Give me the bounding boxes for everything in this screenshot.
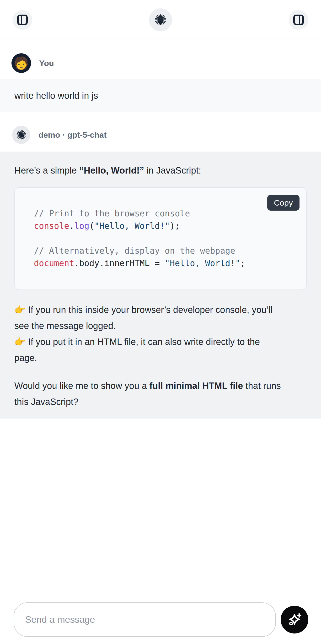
code-content: // Print to the browser console console.… — [15, 188, 306, 270]
chat-app: 🧑 You write hello world in js demo · gpt… — [0, 0, 321, 644]
user-message-text: write hello world in js — [14, 90, 98, 101]
assistant-question-text: Would you like me to show you a full min… — [14, 378, 307, 410]
copy-code-button[interactable]: Copy — [267, 195, 300, 210]
assistant-tips-text: 👉 If you run this inside your browser’s … — [14, 302, 307, 366]
model-home-button[interactable] — [149, 8, 172, 31]
sparkle-icon — [287, 612, 302, 628]
assistant-message-body: Here’s a simple “Hello, World!” in JavaS… — [0, 152, 321, 418]
sidebar-right-icon — [293, 14, 304, 26]
composer-bar — [0, 593, 321, 644]
starburst-icon — [154, 14, 167, 26]
user-author-label: You — [39, 58, 54, 68]
person-emoji: 🧑 — [14, 57, 29, 69]
sidebar-left-icon — [17, 14, 28, 26]
send-button[interactable] — [281, 606, 308, 634]
user-message-bubble: write hello world in js — [0, 79, 321, 112]
user-message-header: 🧑 You — [0, 40, 321, 79]
assistant-intro-text: Here’s a simple “Hello, World!” in JavaS… — [14, 162, 307, 178]
toggle-right-sidebar-button[interactable] — [289, 10, 308, 30]
toggle-left-sidebar-button[interactable] — [13, 10, 32, 30]
top-bar — [0, 0, 321, 40]
assistant-author-label: demo · gpt-5-chat — [38, 130, 106, 140]
assistant-message-header: demo · gpt-5-chat — [0, 112, 321, 152]
empty-scroll-area — [0, 418, 321, 593]
starburst-icon — [16, 130, 26, 140]
assistant-avatar — [12, 126, 30, 144]
user-avatar: 🧑 — [11, 53, 31, 73]
message-input[interactable] — [13, 602, 276, 637]
code-block: Copy // Print to the browser console con… — [14, 187, 307, 290]
